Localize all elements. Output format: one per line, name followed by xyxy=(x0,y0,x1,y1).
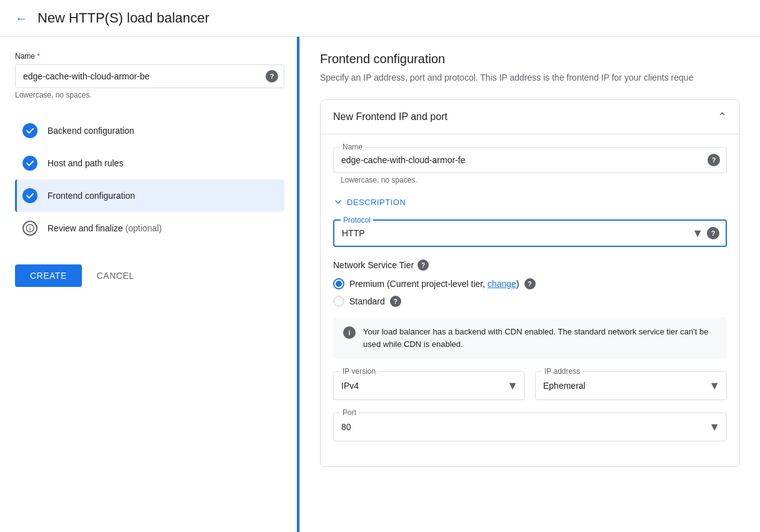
cdn-info-box: i Your load balancer has a backend with … xyxy=(333,317,727,359)
name-input-wrapper: ? xyxy=(15,64,284,88)
ip-address-value: Ephemeral xyxy=(543,381,586,391)
ip-version-dropdown[interactable]: IP version IPv4 ▼ xyxy=(333,371,525,400)
protocol-value: HTTP xyxy=(342,228,365,238)
nav-item-frontend[interactable]: Frontend configuration xyxy=(15,179,284,212)
create-button[interactable]: CREATE xyxy=(15,264,82,287)
host-path-check-icon xyxy=(22,156,38,171)
premium-radio[interactable] xyxy=(333,278,344,289)
collapse-icon[interactable]: ⌃ xyxy=(718,110,727,124)
info-box-text: Your load balancer has a backend with CD… xyxy=(363,326,717,350)
protocol-arrow-icon: ▼ xyxy=(692,227,703,240)
svg-text:i: i xyxy=(29,226,31,232)
frontend-name-outline: Name edge-cache-with-cloud-armor-fe ? xyxy=(333,147,727,173)
name-help-icon[interactable]: ? xyxy=(266,70,278,83)
name-hint: Lowercase, no spaces. xyxy=(15,91,284,99)
name-field-section: Name * ? Lowercase, no spaces. xyxy=(15,52,284,99)
frontend-name-help-icon[interactable]: ? xyxy=(708,154,720,166)
network-tier-radio-group: Premium (Current project-level tier, cha… xyxy=(333,278,727,307)
port-value: 80 xyxy=(341,422,351,432)
review-info-icon: i xyxy=(22,221,38,236)
backend-check-icon xyxy=(22,123,38,138)
protocol-label: Protocol xyxy=(341,216,373,224)
description-toggle[interactable]: DESCRIPTION xyxy=(333,197,727,207)
network-tier-help-icon[interactable]: ? xyxy=(418,259,429,271)
nav-item-host-path[interactable]: Host and path rules xyxy=(15,147,284,179)
standard-radio[interactable] xyxy=(333,296,344,307)
backend-label: Backend configuration xyxy=(48,126,134,136)
nav-item-review[interactable]: i Review and finalize (optional) xyxy=(15,212,284,244)
header: ← New HTTP(S) load balancer xyxy=(0,0,760,37)
cancel-button[interactable]: CANCEL xyxy=(92,264,139,287)
ip-version-label: IP version xyxy=(340,367,378,376)
actions: CREATE CANCEL xyxy=(15,264,284,287)
right-panel: Frontend configuration Specify an IP add… xyxy=(300,37,760,532)
host-path-label: Host and path rules xyxy=(48,158,123,168)
page: ← New HTTP(S) load balancer Name * ? Low… xyxy=(0,0,760,532)
standard-label: Standard xyxy=(349,296,385,306)
page-title: New HTTP(S) load balancer xyxy=(38,10,209,26)
port-dropdown[interactable]: Port 80 ▼ xyxy=(333,413,727,441)
content: Name * ? Lowercase, no spaces. xyxy=(0,37,760,532)
port-arrow-icon: ▼ xyxy=(709,421,720,434)
port-label: Port xyxy=(340,408,359,417)
premium-option[interactable]: Premium (Current project-level tier, cha… xyxy=(333,278,727,289)
name-label: Name * xyxy=(15,52,284,61)
ip-address-dropdown[interactable]: IP address Ephemeral ▼ xyxy=(535,371,727,400)
ip-address-col: IP address Ephemeral ▼ xyxy=(535,371,727,400)
frontend-name-label: Name xyxy=(340,143,365,151)
right-panel-title: Frontend configuration xyxy=(320,52,740,66)
premium-label: Premium (Current project-level tier, cha… xyxy=(349,279,519,289)
protocol-help-icon[interactable]: ? xyxy=(707,227,719,239)
network-tier-label: Network Service Tier ? xyxy=(333,259,727,271)
protocol-select[interactable]: Protocol HTTP ▼ ? xyxy=(333,219,727,247)
ip-version-col: IP version IPv4 ▼ xyxy=(333,371,525,400)
premium-radio-dot xyxy=(336,281,342,287)
nav-items: Backend configuration Host and path rule… xyxy=(15,114,284,244)
frontend-name-field: Name edge-cache-with-cloud-armor-fe ? Lo… xyxy=(333,147,727,184)
ip-version-arrow-icon: ▼ xyxy=(507,379,518,393)
frontend-label: Frontend configuration xyxy=(48,191,135,201)
info-box-icon: i xyxy=(343,326,356,339)
name-input[interactable] xyxy=(15,64,284,88)
ip-address-label: IP address xyxy=(542,367,582,376)
standard-option[interactable]: Standard ? xyxy=(333,296,727,307)
frontend-name-hint: Lowercase, no spaces. xyxy=(333,176,727,184)
card-header: New Frontend IP and port ⌃ xyxy=(321,100,739,134)
network-tier-section: Network Service Tier ? Premium (Current … xyxy=(333,259,727,307)
ip-address-arrow-icon: ▼ xyxy=(709,379,720,393)
port-field: Port 80 ▼ xyxy=(333,413,727,441)
frontend-check-icon xyxy=(22,188,38,203)
premium-help-icon[interactable]: ? xyxy=(524,278,536,289)
frontend-name-value: edge-cache-with-cloud-armor-fe xyxy=(341,155,465,165)
card-title: New Frontend IP and port xyxy=(333,111,448,123)
review-label: Review and finalize (optional) xyxy=(48,223,162,233)
ip-version-value: IPv4 xyxy=(341,381,359,391)
active-indicator xyxy=(297,37,299,532)
back-button[interactable]: ← xyxy=(15,11,28,26)
left-panel: Name * ? Lowercase, no spaces. xyxy=(0,37,300,532)
protocol-field: Protocol HTTP ▼ ? xyxy=(333,219,727,247)
standard-help-icon[interactable]: ? xyxy=(390,296,401,307)
right-panel-desc: Specify an IP address, port and protocol… xyxy=(320,71,740,84)
chevron-down-icon xyxy=(333,197,343,207)
change-link[interactable]: change xyxy=(488,279,516,289)
ip-row: IP version IPv4 ▼ IP address Ephemeral ▼ xyxy=(333,371,727,400)
frontend-card: New Frontend IP and port ⌃ Name edge-cac… xyxy=(320,99,740,467)
card-body: Name edge-cache-with-cloud-armor-fe ? Lo… xyxy=(321,134,739,466)
nav-item-backend[interactable]: Backend configuration xyxy=(15,114,284,147)
